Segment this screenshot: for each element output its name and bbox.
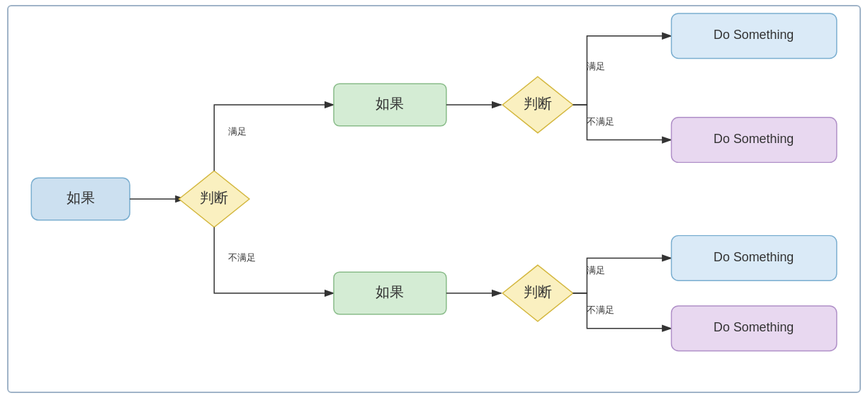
dosomething2-label: Do Something <box>714 132 794 146</box>
diagram-container: 如果 判断 满足 不满足 如果 判断 满足 不满足 Do Something <box>7 5 861 393</box>
ruguo3-label: 如果 <box>376 284 404 300</box>
dosomething3-label: Do Something <box>714 250 794 264</box>
arrow-panduan1-satisfy <box>214 105 334 171</box>
panduan1-label: 判断 <box>200 190 228 205</box>
diagram-svg: 如果 判断 满足 不满足 如果 判断 满足 不满足 Do Something <box>9 6 859 392</box>
ruguo1-label: 如果 <box>67 190 95 205</box>
panduan2-label: 判断 <box>524 96 552 111</box>
dosomething4-label: Do Something <box>714 320 794 334</box>
panduan3-label: 判断 <box>524 284 552 300</box>
label-notsatisfy3: 不满足 <box>587 305 614 315</box>
label-satisfy2: 满足 <box>587 61 605 72</box>
dosomething1-label: Do Something <box>714 28 794 42</box>
label-satisfy3: 满足 <box>587 265 605 275</box>
ruguo2-label: 如果 <box>376 96 404 111</box>
label-satisfy1: 满足 <box>228 126 247 137</box>
label-notsatisfy2: 不满足 <box>587 116 614 127</box>
label-notsatisfy1: 不满足 <box>228 252 256 263</box>
